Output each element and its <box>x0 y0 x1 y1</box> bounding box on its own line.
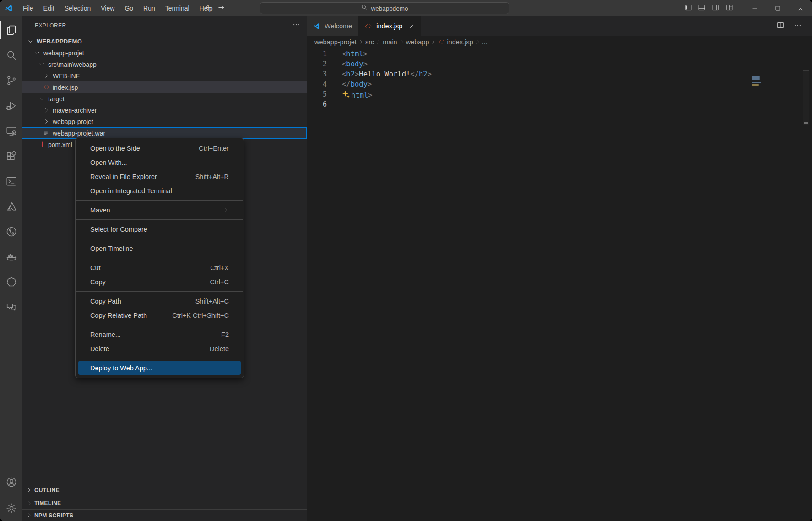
menu-item-label: Copy Relative Path <box>90 312 147 319</box>
breadcrumb-item-webapp[interactable]: webapp <box>406 38 429 46</box>
more-actions-icon[interactable] <box>794 21 802 31</box>
token: </ <box>342 80 351 88</box>
tab-bar: Welcomeindex.jsp <box>307 16 812 36</box>
back-arrow-icon[interactable] <box>204 4 212 13</box>
minimize-icon[interactable] <box>743 0 766 16</box>
tree-item-index-jsp[interactable]: index.jsp <box>22 81 307 93</box>
tab-welcome[interactable]: Welcome <box>307 16 358 36</box>
section-outline[interactable]: OUTLINE <box>22 483 307 497</box>
code-line: 4</body> <box>307 79 812 89</box>
close-tab-icon[interactable] <box>409 23 415 29</box>
code-text: </body> <box>342 80 372 88</box>
menu-item-deploy-to-web-app[interactable]: Deploy to Web App... <box>78 361 241 375</box>
section-timeline[interactable]: TIMELINE <box>22 497 307 509</box>
forward-arrow-icon[interactable] <box>217 4 225 13</box>
toggle-secondary-sidebar-icon[interactable] <box>712 4 720 13</box>
activity-gitlens-icon[interactable] <box>0 223 22 241</box>
menu-separator <box>76 200 243 201</box>
tree-item-webapp-projet-war[interactable]: webapp-projet.war <box>22 127 307 139</box>
breadcrumb-item-src[interactable]: src <box>365 38 374 46</box>
tree-item-maven-archiver[interactable]: maven-archiver <box>22 104 307 116</box>
vscode-logo-icon <box>313 22 321 30</box>
menu-item-maven[interactable]: Maven <box>78 203 241 217</box>
breadcrumb-item-[interactable]: ... <box>482 38 487 46</box>
activity-docker-icon[interactable] <box>0 248 22 266</box>
token: < <box>342 70 346 78</box>
menu-run[interactable]: Run <box>138 0 160 16</box>
breadcrumb-item-webapp-projet[interactable]: webapp-projet <box>314 38 357 46</box>
tab-index-jsp[interactable]: index.jsp <box>358 16 421 36</box>
toggle-sidebar-icon[interactable] <box>684 4 692 13</box>
tree-item-web-inf[interactable]: WEB-INF <box>22 70 307 81</box>
menu-go[interactable]: Go <box>119 0 138 16</box>
activity-comments-icon[interactable] <box>0 298 22 316</box>
customize-layout-icon[interactable] <box>725 4 733 13</box>
command-center-search[interactable]: webappdemo <box>260 2 509 14</box>
menu-file[interactable]: File <box>18 0 38 16</box>
activity-explorer-icon[interactable] <box>0 21 22 39</box>
copilot-sparkle-icon <box>342 90 350 98</box>
menu-item-copy-relative-path[interactable]: Copy Relative PathCtrl+K Ctrl+Shift+C <box>78 308 241 322</box>
activity-remote-explorer-icon[interactable] <box>0 122 22 140</box>
menu-item-delete[interactable]: DeleteDelete <box>78 342 241 356</box>
menu-item-reveal-in-file-explorer[interactable]: Reveal in File ExplorerShift+Alt+R <box>78 169 241 184</box>
activity-settings-icon[interactable] <box>0 499 22 517</box>
chevron-down-icon <box>27 38 34 45</box>
tree-item-webapp-projet[interactable]: webapp-projet <box>22 47 307 59</box>
breadcrumb-chevron-icon <box>430 38 437 45</box>
menu-item-label: Open With... <box>90 159 127 166</box>
tree-item-webapp-projet[interactable]: webapp-projet <box>22 116 307 127</box>
toggle-panel-icon[interactable] <box>698 4 706 13</box>
token: h2 <box>419 70 428 78</box>
activity-run-and-debug-icon[interactable] <box>0 97 22 115</box>
menu-item-open-in-integrated-terminal[interactable]: Open in Integrated Terminal <box>78 184 241 198</box>
breadcrumb-item-index-jsp[interactable]: index.jsp <box>447 38 473 46</box>
menu-item-open-to-the-side[interactable]: Open to the SideCtrl+Enter <box>78 141 241 155</box>
activity-azure-icon[interactable] <box>0 197 22 216</box>
breadcrumb-chevron-icon <box>357 38 364 45</box>
chevron-right-icon <box>25 511 33 519</box>
tree-item-webappdemo[interactable]: WEBAPPDEMO <box>22 36 307 47</box>
chevron-right-icon <box>43 72 50 80</box>
menu-terminal[interactable]: Terminal <box>160 0 195 16</box>
menu-item-copy[interactable]: CopyCtrl+C <box>78 275 241 289</box>
menu-item-open-timeline[interactable]: Open Timeline <box>78 241 241 255</box>
search-icon <box>361 4 368 12</box>
tree-item-target[interactable]: target <box>22 93 307 104</box>
tree-item-label: index.jsp <box>53 84 78 91</box>
tree-item-label: target <box>48 95 65 103</box>
section-label: NPM SCRIPTS <box>34 512 73 519</box>
menu-item-select-for-compare[interactable]: Select for Compare <box>78 222 241 236</box>
breadcrumb-chevron-icon <box>474 38 481 45</box>
activity-source-control-icon[interactable] <box>0 71 22 90</box>
split-editor-icon[interactable] <box>776 21 785 31</box>
tree-item-label: webapp-projet.war <box>53 130 105 137</box>
menu-view[interactable]: View <box>96 0 119 16</box>
breadcrumb-item-main[interactable]: main <box>383 38 397 46</box>
menu-selection[interactable]: Selection <box>60 0 96 16</box>
editor-actions <box>776 16 812 36</box>
activity-accounts-icon[interactable] <box>0 473 22 491</box>
menu-item-open-with[interactable]: Open With... <box>78 155 241 169</box>
code-editor[interactable]: 1<html>2<body>3<h2>Hello World!</h2>4</b… <box>307 48 812 521</box>
menu-item-rename[interactable]: Rename...F2 <box>78 327 241 342</box>
activity-extensions-icon[interactable] <box>0 147 22 165</box>
activity-heptagon-extension-icon[interactable] <box>0 273 22 291</box>
line-number: 1 <box>307 50 327 58</box>
menu-edit[interactable]: Edit <box>38 0 60 16</box>
activity-terminal-icon[interactable] <box>0 172 22 190</box>
titlebar-right <box>684 0 812 16</box>
maximize-icon[interactable] <box>766 0 789 16</box>
activity-search-icon[interactable] <box>0 46 22 65</box>
maven-file-icon <box>38 141 46 148</box>
code-line: 5html> <box>307 89 812 99</box>
tree-item-src-main-webapp[interactable]: src\main\webapp <box>22 59 307 70</box>
menu-item-cut[interactable]: CutCtrl+X <box>78 260 241 275</box>
menu-item-shortcut: F2 <box>221 331 229 338</box>
menu-item-copy-path[interactable]: Copy PathShift+Alt+C <box>78 294 241 308</box>
close-window-icon[interactable] <box>789 0 812 16</box>
editor-area: Welcomeindex.jsp webapp-projetsrcmainweb… <box>307 16 812 521</box>
section-npm-scripts[interactable]: NPM SCRIPTS <box>22 509 307 521</box>
tree-item-label: WEBAPPDEMO <box>37 38 82 45</box>
token: > <box>355 70 359 78</box>
